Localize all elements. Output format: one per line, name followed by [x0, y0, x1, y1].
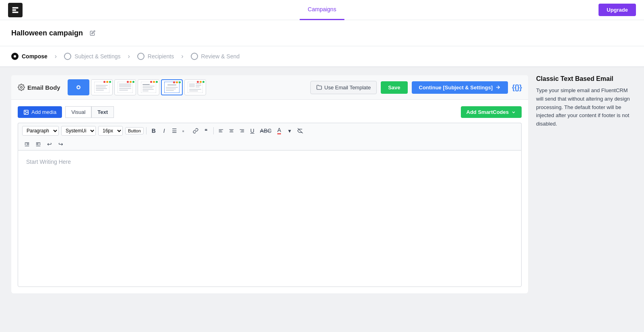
- indent-increase-button[interactable]: [33, 140, 43, 148]
- top-bar-left: [8, 3, 23, 17]
- step-subject-circle: [64, 53, 71, 60]
- dot-yellow-2: [130, 81, 132, 83]
- template-type-3-button[interactable]: [138, 79, 159, 95]
- info-title: Classic Text Based Email: [536, 75, 633, 82]
- svg-rect-24: [166, 90, 174, 91]
- svg-rect-13: [119, 90, 128, 91]
- main-content: Email Body: [0, 67, 644, 301]
- step-subject[interactable]: Subject & Settings: [64, 53, 120, 60]
- campaign-header: Halloween campaign: [0, 20, 644, 46]
- svg-rect-17: [142, 87, 153, 88]
- svg-rect-12: [119, 88, 131, 89]
- logo: [8, 3, 23, 17]
- upgrade-button[interactable]: Upgrade: [599, 4, 636, 16]
- step-review-label: Review & Send: [201, 53, 240, 60]
- colored-dots-2: [127, 81, 134, 83]
- text-color-dropdown-button[interactable]: ▾: [285, 126, 295, 135]
- redo-button[interactable]: ↪: [56, 140, 66, 148]
- svg-rect-42: [240, 129, 244, 130]
- use-template-label: Use Email Template: [324, 85, 371, 91]
- save-button[interactable]: Save: [381, 81, 407, 94]
- template-type-5-button[interactable]: [184, 79, 206, 95]
- rte-toolbar-row1: Paragraph SystemUi 16px Button B I ☰ ≡ ❝: [18, 123, 522, 138]
- template-type-2-button[interactable]: [114, 79, 136, 95]
- step-review[interactable]: Review & Send: [191, 53, 240, 60]
- editor-placeholder: Start Writing Here: [26, 159, 71, 165]
- align-center-button[interactable]: [227, 127, 236, 135]
- rte-content[interactable]: Start Writing Here: [18, 150, 522, 287]
- add-media-icon: [23, 109, 29, 115]
- dot-red-4: [173, 81, 175, 83]
- text-color-button[interactable]: A: [275, 126, 284, 136]
- edit-campaign-name-button[interactable]: [87, 27, 98, 39]
- add-media-button[interactable]: Add media: [18, 106, 62, 118]
- visual-tab-button[interactable]: Visual: [65, 106, 91, 118]
- template-preview-button[interactable]: [68, 79, 89, 95]
- blockquote-button[interactable]: ❝: [201, 126, 211, 135]
- size-select[interactable]: 16px: [98, 126, 123, 136]
- align-left-button[interactable]: [216, 127, 226, 135]
- step-compose[interactable]: Compose: [11, 53, 47, 60]
- step-arrow-3: ›: [181, 53, 183, 60]
- svg-rect-36: [219, 129, 223, 130]
- template-type-1-button[interactable]: [91, 79, 113, 95]
- unordered-list-button[interactable]: ☰: [170, 126, 180, 135]
- top-bar-center: Campaigns: [300, 0, 345, 20]
- info-description: Type your simple email and FluentCRM wil…: [536, 87, 633, 128]
- strikethrough-button[interactable]: ABC: [258, 126, 274, 135]
- add-smartcodes-button[interactable]: Add SmartCodes: [461, 106, 522, 118]
- svg-rect-23: [166, 89, 176, 89]
- dot-yellow-4: [176, 81, 178, 83]
- add-media-label: Add media: [31, 109, 56, 115]
- step-recipients[interactable]: Recipients: [137, 53, 174, 60]
- svg-rect-22: [166, 87, 178, 88]
- dot-green-4: [179, 81, 181, 83]
- svg-rect-40: [230, 130, 233, 131]
- code-brackets-button[interactable]: {{}}: [512, 83, 522, 92]
- insert-button-button[interactable]: Button: [125, 127, 144, 134]
- top-bar-right: Upgrade: [599, 4, 636, 16]
- info-panel: Classic Text Based Email Type your simpl…: [536, 75, 633, 293]
- template-type-4-button[interactable]: [161, 79, 183, 95]
- svg-rect-8: [96, 88, 107, 89]
- editor-area: Add media Visual Text Add SmartCodes Par…: [11, 100, 528, 293]
- bold-button[interactable]: B: [149, 126, 159, 135]
- font-select[interactable]: SystemUi: [61, 126, 96, 136]
- step-compose-label: Compose: [22, 53, 47, 60]
- paragraph-select[interactable]: Paragraph: [22, 126, 59, 136]
- indent-decrease-button[interactable]: [22, 140, 32, 148]
- dot-yellow-3: [153, 81, 155, 83]
- svg-rect-39: [229, 129, 234, 130]
- align-right-button[interactable]: [237, 127, 247, 135]
- svg-rect-18: [142, 89, 154, 90]
- colored-dots-5: [197, 81, 204, 83]
- rte-divider-1: [146, 127, 147, 134]
- svg-marker-55: [39, 143, 40, 145]
- ordered-list-button[interactable]: ≡: [180, 127, 190, 135]
- chevron-down-icon: [511, 110, 516, 115]
- rte-toolbar-row2: ↩ ↪: [18, 138, 522, 150]
- svg-rect-30: [189, 89, 201, 90]
- step-subject-label: Subject & Settings: [74, 53, 120, 60]
- text-tab-button[interactable]: Text: [91, 106, 114, 118]
- svg-rect-29: [196, 87, 200, 87]
- svg-rect-7: [96, 87, 106, 87]
- use-template-button[interactable]: Use Email Template: [310, 81, 377, 94]
- italic-button[interactable]: I: [159, 126, 169, 135]
- continue-label: Continue [Subject & Settings]: [419, 85, 493, 91]
- undo-button[interactable]: ↩: [45, 140, 54, 148]
- continue-button[interactable]: Continue [Subject & Settings]: [412, 81, 508, 94]
- step-review-circle: [191, 53, 198, 60]
- svg-rect-54: [36, 144, 39, 145]
- svg-rect-52: [36, 146, 41, 146]
- svg-rect-28: [196, 85, 201, 86]
- step-compose-circle: [11, 53, 19, 60]
- clear-format-button[interactable]: [295, 127, 305, 135]
- svg-rect-11: [119, 83, 131, 87]
- underline-button[interactable]: U: [248, 126, 257, 135]
- dot-green-5: [202, 81, 204, 83]
- link-button[interactable]: [191, 127, 200, 135]
- campaigns-tab[interactable]: Campaigns: [300, 0, 345, 20]
- svg-point-0: [14, 55, 16, 58]
- svg-point-1: [21, 87, 23, 89]
